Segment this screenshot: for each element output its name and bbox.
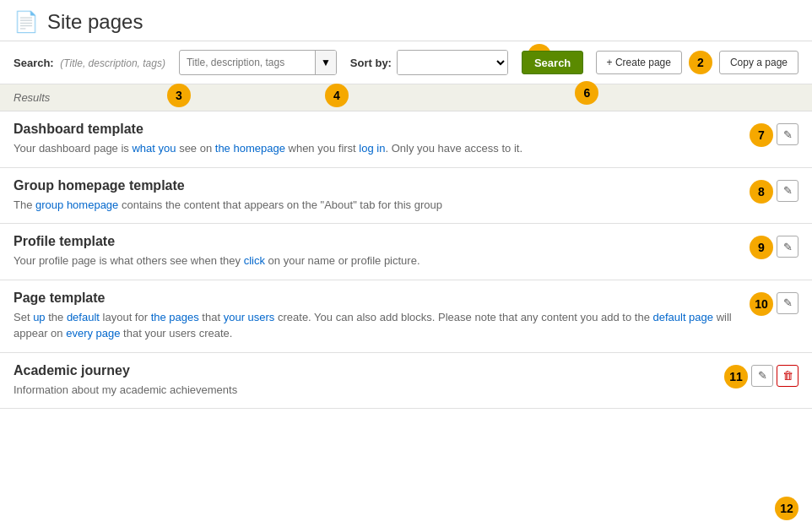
result-title-4: Page template	[14, 291, 750, 306]
page-title: Site pages	[47, 10, 143, 34]
edit-button-1[interactable]: ✎	[777, 123, 798, 145]
search-button[interactable]: Search	[522, 51, 583, 74]
toolbar-left: 1 Search: (Title, description, tags) 3 ▼…	[14, 50, 583, 75]
table-row: Profile template Your profile page is wh…	[0, 224, 812, 280]
result-content-1: Dashboard template Your dashboard page i…	[14, 122, 750, 157]
result-actions-2: 8 ✎	[750, 178, 798, 204]
edit-button-3[interactable]: ✎	[777, 236, 798, 258]
result-desc-1: Your dashboard page is what you see on t…	[14, 140, 750, 157]
badge-9: 9	[750, 236, 773, 259]
result-actions-5: 11 ✎ 🗑	[724, 363, 798, 388]
delete-button-5[interactable]: 🗑	[777, 365, 798, 387]
badge-4: 4	[325, 84, 349, 107]
result-actions-3: 9 ✎	[750, 234, 798, 259]
table-row: Dashboard template Your dashboard page i…	[0, 111, 812, 168]
badge-8: 8	[750, 180, 773, 204]
result-content-2: Group homepage template The group homepa…	[14, 178, 750, 214]
edit-button-5[interactable]: ✎	[751, 365, 773, 387]
table-row: Academic journey Information about my ac…	[0, 353, 812, 410]
copy-page-button[interactable]: Copy a page	[719, 51, 798, 74]
table-row: Group homepage template The group homepa…	[0, 168, 812, 225]
result-content-4: Page template Set up the default layout …	[14, 291, 750, 342]
result-content-5: Academic journey Information about my ac…	[14, 363, 724, 399]
result-actions-1: 7 ✎	[750, 122, 798, 147]
search-hint: (Title, description, tags)	[60, 57, 165, 69]
result-desc-2: The group homepage contains the content …	[14, 197, 750, 214]
edit-button-2[interactable]: ✎	[777, 180, 798, 202]
badge-2: 2	[689, 51, 712, 74]
page-icon: 📄	[14, 10, 39, 34]
page-header: 📄 Site pages	[0, 0, 812, 41]
create-page-button[interactable]: + Create page	[596, 51, 682, 74]
table-row: Page template Set up the default layout …	[0, 280, 812, 353]
search-label: Search: (Title, description, tags)	[14, 57, 165, 69]
toolbar: 1 Search: (Title, description, tags) 3 ▼…	[0, 41, 812, 84]
result-title-5: Academic journey	[14, 363, 724, 378]
search-input-wrapper: ▼	[179, 50, 337, 75]
result-content-3: Profile template Your profile page is wh…	[14, 234, 750, 269]
sort-select[interactable]: Title Date	[398, 51, 507, 74]
results-section: Results Dashboard template Your dashboar…	[0, 84, 812, 409]
search-input[interactable]	[180, 52, 315, 73]
badge-7: 7	[750, 123, 773, 147]
badge-11: 11	[724, 365, 748, 388]
sort-label: Sort by:	[350, 57, 392, 69]
sort-section: Sort by: 5 Title Date	[350, 50, 508, 75]
sort-select-wrapper: 5 Title Date	[397, 50, 508, 75]
result-title-3: Profile template	[14, 234, 750, 249]
badge-10: 10	[750, 292, 773, 316]
search-dropdown-btn[interactable]: ▼	[315, 51, 336, 74]
badge-3: 3	[167, 84, 191, 107]
edit-button-4[interactable]: ✎	[777, 292, 798, 314]
result-title-1: Dashboard template	[14, 122, 750, 137]
result-desc-3: Your profile page is what others see whe…	[14, 253, 750, 269]
result-desc-5: Information about my academic achievemen…	[14, 382, 724, 399]
toolbar-right: + Create page 2 Copy a page	[596, 51, 798, 74]
results-header: Results	[0, 84, 812, 111]
result-title-2: Group homepage template	[14, 178, 750, 193]
result-desc-4: Set up the default layout for the pages …	[14, 309, 750, 342]
result-actions-4: 10 ✎	[750, 291, 798, 316]
